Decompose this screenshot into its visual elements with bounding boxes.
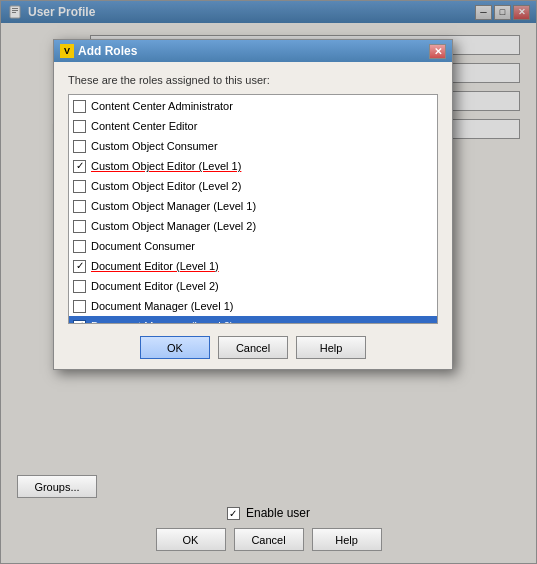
role-label-custom-object-manager-l2: Custom Object Manager (Level 2) — [91, 220, 256, 232]
role-label-document-editor-l2: Document Editor (Level 2) — [91, 280, 219, 292]
role-item-document-editor-l2[interactable]: Document Editor (Level 2) — [69, 276, 437, 296]
role-checkbox-document-editor-l2[interactable] — [73, 280, 86, 293]
role-checkbox-document-editor-l1[interactable] — [73, 260, 86, 273]
groups-row: Groups... — [17, 475, 520, 498]
role-checkbox-custom-object-manager-l2[interactable] — [73, 220, 86, 233]
role-item-document-editor-l1[interactable]: Document Editor (Level 1) — [69, 256, 437, 276]
roles-list-container[interactable]: Content Center AdministratorContent Cent… — [68, 94, 438, 324]
role-label-custom-object-consumer: Custom Object Consumer — [91, 140, 218, 152]
dialog-help-button[interactable]: Help — [296, 336, 366, 359]
role-item-custom-object-manager-l1[interactable]: Custom Object Manager (Level 1) — [69, 196, 437, 216]
enable-user-checkbox[interactable] — [227, 507, 240, 520]
role-checkbox-document-manager-l2[interactable] — [73, 320, 86, 325]
role-item-document-manager-l1[interactable]: Document Manager (Level 1) — [69, 296, 437, 316]
role-checkbox-content-center-admin[interactable] — [73, 100, 86, 113]
role-item-custom-object-consumer[interactable]: Custom Object Consumer — [69, 136, 437, 156]
add-roles-dialog: V Add Roles ✕ These are the roles assign… — [53, 39, 453, 370]
dialog-title: Add Roles — [78, 44, 137, 58]
dialog-cancel-button[interactable]: Cancel — [218, 336, 288, 359]
role-checkbox-custom-object-editor-l2[interactable] — [73, 180, 86, 193]
dialog-titlebar: V Add Roles ✕ — [54, 40, 452, 62]
role-checkbox-document-manager-l1[interactable] — [73, 300, 86, 313]
role-label-custom-object-manager-l1: Custom Object Manager (Level 1) — [91, 200, 256, 212]
role-checkbox-document-consumer[interactable] — [73, 240, 86, 253]
role-checkbox-custom-object-editor-l1[interactable] — [73, 160, 86, 173]
role-item-document-manager-l2[interactable]: Document Manager (Level 2) — [69, 316, 437, 324]
dialog-buttons: OK Cancel Help — [68, 336, 438, 359]
groups-button[interactable]: Groups... — [17, 475, 97, 498]
profile-ok-button[interactable]: OK — [156, 528, 226, 551]
profile-help-button[interactable]: Help — [312, 528, 382, 551]
role-item-custom-object-manager-l2[interactable]: Custom Object Manager (Level 2) — [69, 216, 437, 236]
role-checkbox-custom-object-consumer[interactable] — [73, 140, 86, 153]
role-item-custom-object-editor-l2[interactable]: Custom Object Editor (Level 2) — [69, 176, 437, 196]
role-item-document-consumer[interactable]: Document Consumer — [69, 236, 437, 256]
enable-user-label: Enable user — [246, 506, 310, 520]
role-label-custom-object-editor-l1: Custom Object Editor (Level 1) — [91, 160, 241, 172]
role-label-document-manager-l2: Document Manager (Level 2) — [91, 320, 233, 324]
role-label-document-consumer: Document Consumer — [91, 240, 195, 252]
user-profile-bottom: Groups... Enable user OK Cancel Help — [1, 467, 536, 563]
user-profile-window: User Profile ─ □ ✕ First Last User Email — [0, 0, 537, 564]
profile-cancel-button[interactable]: Cancel — [234, 528, 304, 551]
role-label-content-center-editor: Content Center Editor — [91, 120, 197, 132]
bottom-buttons: OK Cancel Help — [17, 528, 520, 551]
role-label-custom-object-editor-l2: Custom Object Editor (Level 2) — [91, 180, 241, 192]
role-checkbox-content-center-editor[interactable] — [73, 120, 86, 133]
role-label-document-manager-l1: Document Manager (Level 1) — [91, 300, 233, 312]
dialog-title-icon: V — [60, 44, 74, 58]
role-label-document-editor-l1: Document Editor (Level 1) — [91, 260, 219, 272]
role-item-custom-object-editor-l1[interactable]: Custom Object Editor (Level 1) — [69, 156, 437, 176]
dialog-close-button[interactable]: ✕ — [429, 44, 446, 59]
dialog-ok-button[interactable]: OK — [140, 336, 210, 359]
dialog-body: These are the roles assigned to this use… — [54, 62, 452, 369]
enable-user-row: Enable user — [17, 506, 520, 520]
roles-list: Content Center AdministratorContent Cent… — [69, 95, 437, 324]
role-item-content-center-editor[interactable]: Content Center Editor — [69, 116, 437, 136]
role-checkbox-custom-object-manager-l1[interactable] — [73, 200, 86, 213]
dialog-description: These are the roles assigned to this use… — [68, 74, 438, 86]
role-item-content-center-admin[interactable]: Content Center Administrator — [69, 96, 437, 116]
role-label-content-center-admin: Content Center Administrator — [91, 100, 233, 112]
